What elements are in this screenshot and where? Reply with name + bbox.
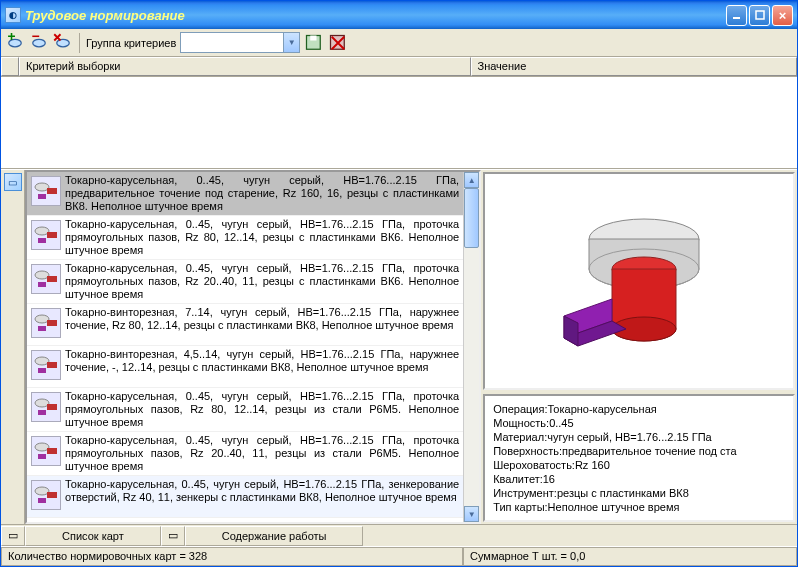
svg-rect-20 <box>47 320 57 326</box>
svg-rect-17 <box>47 276 57 282</box>
svg-point-16 <box>35 271 49 279</box>
list-item-text: Токарно-винторезная, 7..14, чугун серый,… <box>65 306 459 332</box>
remove-criteria-icon[interactable]: − <box>29 33 49 53</box>
card-icon <box>31 480 61 510</box>
list-item[interactable]: Токарно-карусельная, 0..45, чугун серый,… <box>27 432 463 476</box>
svg-point-28 <box>35 443 49 451</box>
card-icon <box>31 392 61 422</box>
main-content: ▭ Токарно-карусельная, 0..45, чугун серы… <box>1 169 797 524</box>
part-3d-icon <box>539 196 739 366</box>
svg-rect-29 <box>47 448 57 454</box>
list-item[interactable]: Токарно-карусельная, 0..45, чугун серый,… <box>27 388 463 432</box>
svg-rect-33 <box>38 498 46 503</box>
detail-label: Материал: <box>493 430 547 444</box>
preview-3d[interactable] <box>483 172 795 390</box>
list-item[interactable]: Токарно-карусельная, 0..45, чугун серый,… <box>27 172 463 216</box>
svg-rect-23 <box>47 362 57 368</box>
svg-rect-12 <box>38 194 46 199</box>
criteria-header: Критерий выборки Значение <box>1 57 797 77</box>
cards-list[interactable]: Токарно-карусельная, 0..45, чугун серый,… <box>27 172 463 522</box>
detail-label: Инструмент: <box>493 486 557 500</box>
tab-content-icon[interactable]: ▭ <box>161 526 185 546</box>
tab-work-content[interactable]: Содержание работы <box>185 526 364 546</box>
maximize-button[interactable] <box>749 5 770 26</box>
cards-list-panel: Токарно-карусельная, 0..45, чугун серый,… <box>25 170 481 524</box>
clear-criteria-icon[interactable] <box>53 33 73 53</box>
svg-rect-1 <box>756 11 764 19</box>
detail-value: резцы с пластинками ВК8 <box>557 486 689 500</box>
svg-rect-0 <box>733 17 740 19</box>
svg-rect-14 <box>47 232 57 238</box>
criteria-header-spacer <box>1 57 19 76</box>
status-sum: Суммарное Т шт. = 0,0 <box>463 547 797 566</box>
scroll-down-icon[interactable]: ▼ <box>464 506 479 522</box>
list-item[interactable]: Токарно-карусельная, 0..45, чугун серый,… <box>27 476 463 518</box>
detail-label: Операция: <box>493 402 547 416</box>
criteria-group-combo[interactable]: ▼ <box>180 32 300 53</box>
list-item-text: Токарно-карусельная, 0..45, чугун серый,… <box>65 390 459 429</box>
card-icon <box>31 350 61 380</box>
criteria-col-header[interactable]: Критерий выборки <box>19 57 471 76</box>
app-icon: ◐ <box>5 7 21 23</box>
cards-view-icon[interactable]: ▭ <box>4 173 22 191</box>
list-item[interactable]: Токарно-винторезная, 4,5..14, чугун серы… <box>27 346 463 388</box>
group-label: Группа критериев <box>86 37 176 49</box>
details-panel: Операция: Токарно-карусельная Мощность: … <box>483 394 795 522</box>
detail-value: 16 <box>543 472 555 486</box>
save-group-icon[interactable] <box>304 33 324 53</box>
tab-list-icon[interactable]: ▭ <box>1 526 25 546</box>
svg-text:+: + <box>8 33 16 44</box>
svg-point-10 <box>35 183 49 191</box>
svg-rect-30 <box>38 454 46 459</box>
card-icon <box>31 176 61 206</box>
separator <box>79 33 80 53</box>
svg-point-19 <box>35 315 49 323</box>
scroll-track[interactable] <box>464 188 479 506</box>
app-window: ◐ Трудовое нормирование × + − Группа кри… <box>0 0 798 567</box>
card-icon <box>31 220 61 250</box>
detail-label: Квалитет: <box>493 472 543 486</box>
scrollbar[interactable]: ▲ ▼ <box>463 172 479 522</box>
list-item-text: Токарно-карусельная, 0..45, чугун серый,… <box>65 262 459 301</box>
chevron-down-icon[interactable]: ▼ <box>283 33 299 52</box>
scroll-up-icon[interactable]: ▲ <box>464 172 479 188</box>
list-item-text: Токарно-винторезная, 4,5..14, чугун серы… <box>65 348 459 374</box>
svg-rect-27 <box>38 410 46 415</box>
value-col-header[interactable]: Значение <box>471 57 798 76</box>
detail-value: чугун серый, HB=1.76...2.15 ГПа <box>547 430 712 444</box>
list-item[interactable]: Токарно-карусельная, 0..45, чугун серый,… <box>27 216 463 260</box>
detail-value: 0..45 <box>549 416 573 430</box>
scroll-thumb[interactable] <box>464 188 479 248</box>
titlebar[interactable]: ◐ Трудовое нормирование × <box>1 1 797 29</box>
detail-label: Тип карты: <box>493 500 547 514</box>
card-icon <box>31 264 61 294</box>
add-criteria-icon[interactable]: + <box>5 33 25 53</box>
list-item[interactable]: Токарно-карусельная, 0..45, чугун серый,… <box>27 260 463 304</box>
svg-point-31 <box>35 487 49 495</box>
delete-group-icon[interactable] <box>328 33 348 53</box>
list-item-text: Токарно-карусельная, 0..45, чугун серый,… <box>65 478 459 504</box>
list-item-text: Токарно-карусельная, 0..45, чугун серый,… <box>65 434 459 473</box>
close-button[interactable]: × <box>772 5 793 26</box>
statusbar: Количество нормировочных карт = 328 Сумм… <box>1 546 797 566</box>
detail-label: Мощность: <box>493 416 549 430</box>
card-icon <box>31 436 61 466</box>
card-icon <box>31 308 61 338</box>
detail-value: предварительное точение под ста <box>562 444 737 458</box>
list-item-text: Токарно-карусельная, 0..45, чугун серый,… <box>65 174 459 213</box>
svg-point-22 <box>35 357 49 365</box>
criteria-grid[interactable] <box>1 77 797 169</box>
window-title: Трудовое нормирование <box>25 8 726 23</box>
status-count: Количество нормировочных карт = 328 <box>1 547 463 566</box>
list-item[interactable]: Токарно-винторезная, 7..14, чугун серый,… <box>27 304 463 346</box>
minimize-button[interactable] <box>726 5 747 26</box>
svg-rect-21 <box>38 326 46 331</box>
svg-rect-8 <box>311 35 317 40</box>
detail-label: Поверхность: <box>493 444 562 458</box>
svg-point-6 <box>57 39 70 47</box>
list-item-text: Токарно-карусельная, 0..45, чугун серый,… <box>65 218 459 257</box>
tab-card-list[interactable]: Список карт <box>25 526 161 546</box>
svg-rect-26 <box>47 404 57 410</box>
left-sidebar: ▭ <box>1 170 25 524</box>
svg-point-13 <box>35 227 49 235</box>
